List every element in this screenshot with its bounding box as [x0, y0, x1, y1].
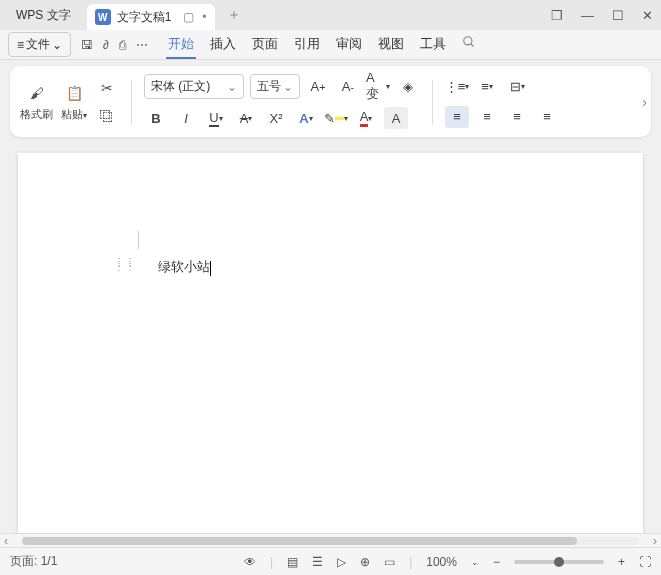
font-color-button[interactable]: A▾: [354, 107, 378, 129]
align-right-button[interactable]: ≡: [505, 106, 529, 128]
paste-icon[interactable]: 📋: [62, 81, 86, 105]
cut-icon[interactable]: ✂: [95, 76, 119, 100]
titlebar: WPS 文字 W 文字文稿1 ▢ • ＋ ❐ — ☐ ✕: [0, 0, 661, 30]
print-icon[interactable]: ⎙: [119, 38, 126, 52]
bold-button[interactable]: B: [144, 107, 168, 129]
highlight-button[interactable]: ✎▾: [324, 107, 348, 129]
drag-handle-icon[interactable]: ⋮⋮⋮⋮: [114, 259, 136, 269]
tab-page[interactable]: 页面: [250, 31, 280, 59]
statusbar: 页面: 1/1 👁 | ▤ ☰ ▷ ⊕ ▭ | 100% ⌄ − + ⛶: [0, 547, 661, 575]
separator: [432, 80, 433, 124]
underline-button[interactable]: U▾: [204, 107, 228, 129]
format-painter-icon[interactable]: 🖌: [25, 81, 49, 105]
font-name-select[interactable]: 宋体 (正文)⌄: [144, 74, 244, 99]
align-center-button[interactable]: ≡: [475, 106, 499, 128]
fullscreen-icon[interactable]: ⛶: [639, 555, 651, 569]
horizontal-scrollbar[interactable]: ‹ ›: [0, 533, 661, 547]
italic-button[interactable]: I: [174, 107, 198, 129]
shading-button[interactable]: A: [384, 107, 408, 129]
view-web-icon[interactable]: ⊕: [360, 555, 370, 569]
increase-font-icon[interactable]: A+: [306, 76, 330, 98]
tab-reference[interactable]: 引用: [292, 31, 322, 59]
ribbon: 🖌 格式刷 📋 粘贴▾ ✂ ⿻ 宋体 (正文)⌄ 五号⌄ A+ A- A变▾ ◈…: [10, 66, 651, 137]
tab-dot-icon[interactable]: •: [202, 10, 206, 24]
share-icon[interactable]: ∂: [103, 38, 109, 52]
text-effect-button[interactable]: A▾: [294, 107, 318, 129]
tab-start[interactable]: 开始: [166, 31, 196, 59]
document-text[interactable]: 绿软小站: [158, 258, 211, 276]
align-justify-button[interactable]: ≡: [535, 106, 559, 128]
multilevel-button[interactable]: ⊟▾: [505, 76, 529, 98]
document-canvas[interactable]: ⋮⋮⋮⋮ 绿软小站: [0, 143, 661, 533]
view-eye-icon[interactable]: 👁: [244, 555, 256, 569]
view-play-icon[interactable]: ▷: [337, 555, 346, 569]
app-name: WPS 文字: [8, 7, 79, 24]
scroll-left-icon[interactable]: ‹: [4, 534, 8, 548]
save-icon[interactable]: 🖫: [81, 38, 93, 52]
file-menu[interactable]: ≡ 文件 ⌄: [8, 32, 71, 57]
align-left-button[interactable]: ≡: [445, 106, 469, 128]
ribbon-tabs: 开始 插入 页面 引用 审阅 视图 工具: [166, 31, 478, 59]
view-outline-icon[interactable]: ☰: [312, 555, 323, 569]
zoom-slider[interactable]: [514, 560, 604, 564]
decrease-font-icon[interactable]: A-: [336, 76, 360, 98]
scroll-right-icon[interactable]: ›: [653, 534, 657, 548]
page-info[interactable]: 页面: 1/1: [10, 553, 57, 570]
tab-tools[interactable]: 工具: [418, 31, 448, 59]
separator: [131, 80, 132, 124]
zoom-dropdown-icon[interactable]: ⌄: [471, 557, 479, 567]
scroll-thumb[interactable]: [22, 537, 577, 545]
tab-insert[interactable]: 插入: [208, 31, 238, 59]
zoom-level[interactable]: 100%: [426, 555, 457, 569]
tab-view[interactable]: 视图: [376, 31, 406, 59]
font-size-select[interactable]: 五号⌄: [250, 74, 300, 99]
numbering-button[interactable]: ≡▾: [475, 76, 499, 98]
change-case-icon[interactable]: A变▾: [366, 76, 390, 98]
superscript-button[interactable]: X²: [264, 107, 288, 129]
tab-window-icon[interactable]: ▢: [183, 10, 194, 24]
format-painter-group: 🖌 格式刷: [20, 81, 53, 122]
expand-ribbon-icon[interactable]: ›: [642, 94, 647, 110]
clear-format-icon[interactable]: ◈: [396, 76, 420, 98]
zoom-out-button[interactable]: −: [493, 555, 500, 569]
search-icon[interactable]: [460, 31, 478, 59]
paste-group: 📋 粘贴▾: [61, 81, 87, 122]
strikethrough-button[interactable]: A▾: [234, 107, 258, 129]
hamburger-icon: ≡: [17, 38, 24, 52]
new-tab-button[interactable]: ＋: [227, 6, 241, 24]
tab-title: 文字文稿1: [117, 9, 172, 26]
minimize-button[interactable]: —: [581, 8, 594, 23]
bullets-button[interactable]: ⋮≡▾: [445, 76, 469, 98]
doc-type-icon: W: [95, 9, 111, 25]
chevron-down-icon: ⌄: [52, 38, 62, 52]
svg-point-0: [464, 36, 472, 44]
document-tab[interactable]: W 文字文稿1 ▢ •: [87, 4, 215, 30]
more-icon[interactable]: ⋯: [136, 38, 148, 52]
view-reading-icon[interactable]: ▭: [384, 555, 395, 569]
view-page-icon[interactable]: ▤: [287, 555, 298, 569]
close-button[interactable]: ✕: [642, 8, 653, 23]
paste-label: 粘贴▾: [61, 107, 87, 122]
margin-indicator: [138, 231, 139, 249]
menubar: ≡ 文件 ⌄ 🖫 ∂ ⎙ ⋯ 开始 插入 页面 引用 审阅 视图 工具: [0, 30, 661, 60]
maximize-button[interactable]: ☐: [612, 8, 624, 23]
page[interactable]: ⋮⋮⋮⋮ 绿软小站: [18, 153, 643, 533]
zoom-in-button[interactable]: +: [618, 555, 625, 569]
tab-review[interactable]: 审阅: [334, 31, 364, 59]
svg-line-1: [471, 43, 474, 46]
compact-mode-icon[interactable]: ❐: [551, 8, 563, 23]
copy-icon[interactable]: ⿻: [95, 104, 119, 128]
